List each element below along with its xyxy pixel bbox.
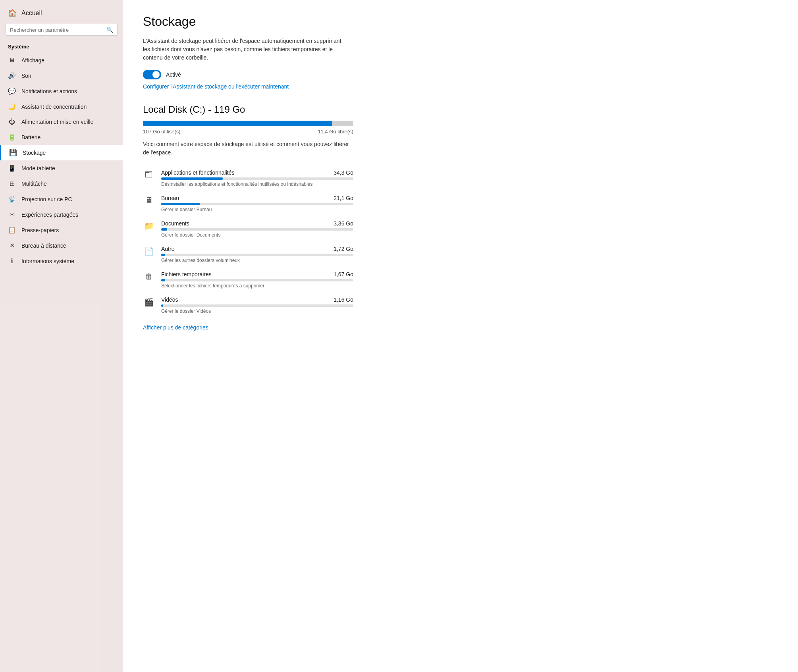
category-content-documents: Documents 3,36 Go Gérer le dossier Docum…: [161, 220, 353, 238]
sidebar-item-assistant[interactable]: 🌙 Assistant de concentration: [0, 99, 123, 114]
son-icon: 🔊: [8, 72, 16, 79]
home-icon: 🏠: [8, 9, 17, 17]
projection-icon: 📡: [8, 195, 16, 203]
sidebar-item-projection[interactable]: 📡 Projection sur ce PC: [0, 191, 123, 207]
category-bar-documents: [161, 228, 353, 231]
toggle-row: Activé: [143, 70, 774, 79]
category-item-apps[interactable]: 🗔 Applications et fonctionnalités 34,3 G…: [143, 166, 353, 191]
sidebar-item-label-affichage: Affichage: [21, 57, 44, 64]
category-desc-apps: Désinstaller les applications et fonctio…: [161, 181, 353, 187]
sidebar-item-label-son: Son: [21, 73, 31, 79]
configure-link[interactable]: Configurer l'Assistant de stockage ou l'…: [143, 83, 289, 90]
sidebar-item-label-stockage: Stockage: [23, 150, 46, 156]
notifications-icon: 💬: [8, 87, 16, 95]
category-bar-apps: [161, 177, 353, 180]
category-item-videos[interactable]: 🎬 Vidéos 1,16 Go Gérer le dossier Vidéos: [143, 293, 353, 318]
category-name-autre: Autre: [161, 246, 174, 252]
sidebar-item-batterie[interactable]: 🔋 Batterie: [0, 129, 123, 145]
sidebar-item-tablette[interactable]: 📱 Mode tablette: [0, 160, 123, 176]
category-item-temporaires[interactable]: 🗑 Fichiers temporaires 1,67 Go Sélection…: [143, 267, 353, 293]
sidebar-item-experiences[interactable]: ✂ Expériences partagées: [0, 207, 123, 222]
assistant-icon: 🌙: [8, 103, 16, 110]
category-desc-temporaires: Sélectionner les fichiers temporaires à …: [161, 283, 353, 289]
sidebar-item-label-multitache: Multitâche: [21, 181, 47, 187]
sidebar-item-notifications[interactable]: 💬 Notifications et actions: [0, 83, 123, 99]
batterie-icon: 🔋: [8, 133, 16, 141]
category-bar-temporaires: [161, 279, 353, 281]
presse-icon: 📋: [8, 226, 16, 234]
category-bar-fill-bureau: [161, 203, 200, 205]
sidebar-item-label-experiences: Expériences partagées: [21, 212, 78, 218]
show-more-link[interactable]: Afficher plus de catégories: [143, 324, 208, 331]
sidebar-section-title: Système: [0, 42, 123, 53]
disk-bar-fill: [143, 121, 332, 126]
main-content: Stockage L'Assistant de stockage peut li…: [123, 0, 798, 672]
category-size-temporaires: 1,67 Go: [333, 271, 353, 277]
category-item-bureau[interactable]: 🖥 Bureau 21,1 Go Gérer le dossier Bureau: [143, 191, 353, 216]
disk-title: Local Disk (C:) - 119 Go: [143, 104, 774, 115]
category-header-bureau: Bureau 21,1 Go: [161, 195, 353, 201]
storage-sense-toggle[interactable]: [143, 70, 161, 79]
disk-stats: 107 Go utilisé(s) 11,4 Go libre(s): [143, 129, 353, 135]
category-content-temporaires: Fichiers temporaires 1,67 Go Sélectionne…: [161, 271, 353, 289]
category-content-videos: Vidéos 1,16 Go Gérer le dossier Vidéos: [161, 297, 353, 314]
category-item-autre[interactable]: 📄 Autre 1,72 Go Gérer les autres dossier…: [143, 242, 353, 267]
search-icon: 🔍: [106, 27, 113, 33]
sidebar-item-son[interactable]: 🔊 Son: [0, 68, 123, 83]
autre-icon: 📄: [143, 246, 155, 256]
category-bar-fill-apps: [161, 177, 223, 180]
alimentation-icon: ⏻: [8, 118, 16, 125]
category-size-apps: 34,3 Go: [333, 169, 353, 176]
category-header-apps: Applications et fonctionnalités 34,3 Go: [161, 169, 353, 176]
category-name-documents: Documents: [161, 220, 189, 227]
category-header-temporaires: Fichiers temporaires 1,67 Go: [161, 271, 353, 277]
sidebar-item-label-bureau: Bureau à distance: [21, 243, 66, 249]
category-desc-bureau: Gérer le dossier Bureau: [161, 207, 353, 212]
category-header-videos: Vidéos 1,16 Go: [161, 297, 353, 303]
sidebar-home-button[interactable]: 🏠 Accueil: [0, 0, 123, 24]
sidebar-item-affichage[interactable]: 🖥 Affichage: [0, 53, 123, 68]
sidebar-item-label-presse: Presse-papiers: [21, 227, 59, 233]
bureau-icon: 🖥: [143, 196, 155, 205]
category-name-apps: Applications et fonctionnalités: [161, 169, 234, 176]
documents-icon: 📁: [143, 221, 155, 231]
category-name-videos: Vidéos: [161, 297, 178, 303]
sidebar-item-bureau[interactable]: ✕ Bureau à distance: [0, 238, 123, 253]
category-content-apps: Applications et fonctionnalités 34,3 Go …: [161, 169, 353, 187]
sidebar-item-presse[interactable]: 📋 Presse-papiers: [0, 222, 123, 238]
category-content-bureau: Bureau 21,1 Go Gérer le dossier Bureau: [161, 195, 353, 212]
category-size-videos: 1,16 Go: [333, 297, 353, 303]
category-header-autre: Autre 1,72 Go: [161, 246, 353, 252]
disk-used: 107 Go utilisé(s): [143, 129, 181, 135]
disk-description: Voici comment votre espace de stockage e…: [143, 140, 349, 157]
experiences-icon: ✂: [8, 211, 16, 218]
sidebar-item-alimentation[interactable]: ⏻ Alimentation et mise en veille: [0, 114, 123, 129]
category-bar-videos: [161, 304, 353, 307]
category-item-documents[interactable]: 📁 Documents 3,36 Go Gérer le dossier Doc…: [143, 216, 353, 242]
category-size-documents: 3,36 Go: [333, 220, 353, 227]
affichage-icon: 🖥: [8, 57, 16, 64]
category-desc-documents: Gérer le dossier Documents: [161, 232, 353, 238]
category-header-documents: Documents 3,36 Go: [161, 220, 353, 227]
category-desc-videos: Gérer le dossier Vidéos: [161, 308, 353, 314]
sidebar-home-label: Accueil: [21, 10, 42, 17]
category-content-autre: Autre 1,72 Go Gérer les autres dossiers …: [161, 246, 353, 263]
sidebar-item-multitache[interactable]: ⊞ Multitâche: [0, 176, 123, 191]
category-size-autre: 1,72 Go: [333, 246, 353, 252]
category-size-bureau: 21,1 Go: [333, 195, 353, 201]
sidebar: 🏠 Accueil 🔍 Système 🖥 Affichage 🔊 Son 💬 …: [0, 0, 123, 672]
search-input[interactable]: [10, 27, 103, 33]
sidebar-item-stockage[interactable]: 💾 Stockage: [0, 145, 123, 160]
sidebar-search-container: 🔍: [6, 24, 118, 36]
sidebar-item-label-assistant: Assistant de concentration: [21, 104, 87, 110]
apps-icon: 🗔: [143, 170, 155, 179]
category-bar-fill-temporaires: [161, 279, 165, 281]
tablette-icon: 📱: [8, 164, 16, 172]
category-name-temporaires: Fichiers temporaires: [161, 271, 212, 277]
category-bar-fill-videos: [161, 304, 163, 307]
bureau-icon: ✕: [8, 242, 16, 249]
sidebar-item-infos[interactable]: ℹ Informations système: [0, 253, 123, 269]
temporaires-icon: 🗑: [143, 272, 155, 281]
videos-icon: 🎬: [143, 297, 155, 307]
sidebar-item-label-alimentation: Alimentation et mise en veille: [21, 119, 93, 125]
